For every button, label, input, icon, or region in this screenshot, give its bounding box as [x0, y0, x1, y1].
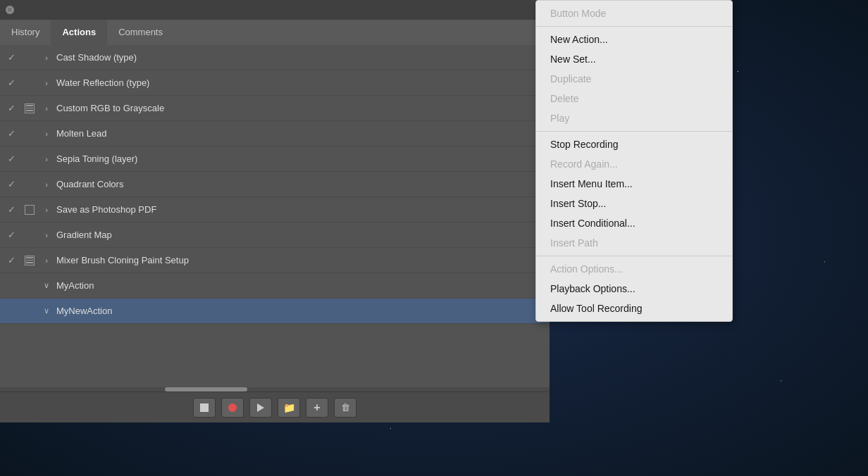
menu-item-new-action[interactable]: New Action... [536, 30, 732, 49]
menu-item-play: Play [536, 108, 732, 128]
action-row[interactable]: ✓›Mixer Brush Cloning Paint Setup [0, 248, 550, 273]
dropdown-menu: Button ModeNew Action...New Set...Duplic… [535, 0, 733, 322]
actions-panel: ✕ « History Actions Comments ✓›Cast Shad… [0, 0, 550, 422]
action-name: Molten Lead [54, 128, 547, 139]
action-list: ✓›Cast Shadow (type)✓›Water Reflection (… [0, 45, 550, 387]
tab-comments[interactable]: Comments [107, 20, 174, 45]
expand-col[interactable]: › [39, 180, 54, 189]
check-col: ✓ [3, 77, 20, 88]
menu-item-record-again: Record Again... [536, 154, 732, 174]
menu-item-stop-recording[interactable]: Stop Recording [536, 134, 732, 154]
expand-col[interactable]: › [39, 79, 54, 87]
action-name: Mixer Brush Cloning Paint Setup [54, 255, 547, 265]
action-name: MyNewAction [54, 306, 547, 316]
delete-button[interactable]: 🗑 [334, 398, 356, 418]
tab-bar: History Actions Comments [0, 20, 550, 45]
expand-col[interactable]: ∨ [39, 281, 54, 290]
menu-item-action-options: Action Options... [536, 259, 732, 279]
expand-col[interactable]: › [39, 256, 54, 265]
scroll-bar[interactable] [0, 387, 550, 392]
menu-item-insert-path: Insert Path [536, 233, 732, 253]
action-row[interactable]: ✓›Custom RGB to Grayscale [0, 96, 550, 121]
action-row[interactable]: ✓›Sepia Toning (layer) [0, 146, 550, 172]
menu-separator [536, 26, 732, 27]
close-button[interactable]: ✕ [6, 6, 14, 14]
menu-item-insert-stop[interactable]: Insert Stop... [536, 194, 732, 213]
expand-col[interactable]: › [39, 104, 54, 113]
check-col: ✓ [3, 103, 20, 113]
action-name: Custom RGB to Grayscale [54, 103, 547, 113]
action-row[interactable]: ✓›Quadrant Colors [0, 172, 550, 197]
expand-col[interactable]: ∨ [39, 306, 54, 315]
action-name: MyAction [54, 280, 547, 291]
action-row[interactable]: ✓›Gradient Map [0, 223, 550, 248]
menu-item-insert-menu-item[interactable]: Insert Menu Item... [536, 174, 732, 194]
check-col: ✓ [3, 204, 20, 215]
action-row[interactable]: ✓›Molten Lead [0, 121, 550, 146]
check-col: ✓ [3, 230, 20, 240]
toolbar: 📁 + 🗑 [0, 392, 550, 422]
check-col: ✓ [3, 52, 20, 63]
play-button[interactable] [249, 398, 272, 418]
action-name: Sepia Toning (layer) [54, 154, 547, 164]
action-row[interactable]: ✓›Save as Photoshop PDF [0, 197, 550, 223]
action-name: Quadrant Colors [54, 179, 547, 189]
menu-separator [536, 256, 732, 256]
menu-item-insert-conditional[interactable]: Insert Conditional... [536, 213, 732, 233]
menu-item-playback-options[interactable]: Playback Options... [536, 279, 732, 299]
action-name: Save as Photoshop PDF [54, 204, 547, 215]
action-row[interactable]: ∨MyNewAction [0, 299, 550, 324]
expand-col[interactable]: › [39, 54, 54, 62]
action-row[interactable]: ✓›Cast Shadow (type) [0, 45, 550, 70]
play-icon [257, 403, 264, 412]
record-button[interactable] [221, 398, 244, 418]
check-col: ✓ [3, 179, 20, 189]
tab-history[interactable]: History [0, 20, 51, 45]
expand-col[interactable]: › [39, 206, 54, 214]
action-icon-col [20, 104, 39, 113]
action-row[interactable]: ∨MyAction [0, 273, 550, 299]
delete-icon: 🗑 [341, 402, 350, 413]
action-name: Gradient Map [54, 230, 547, 240]
menu-item-duplicate: Duplicate [536, 69, 732, 89]
expand-col[interactable]: › [39, 155, 54, 163]
add-icon: + [314, 401, 320, 414]
menu-item-button-mode: Button Mode [536, 4, 732, 23]
new-action-button[interactable]: + [306, 398, 328, 418]
check-col: ✓ [3, 255, 20, 265]
folder-icon: 📁 [283, 402, 295, 413]
menu-item-allow-tool-recording[interactable]: Allow Tool Recording [536, 299, 732, 318]
check-col: ✓ [3, 128, 20, 139]
new-set-button[interactable]: 📁 [278, 398, 300, 418]
stop-button[interactable] [193, 398, 216, 418]
record-icon [228, 403, 237, 412]
close-icon: ✕ [7, 6, 13, 13]
tab-actions[interactable]: Actions [51, 20, 107, 45]
expand-col[interactable]: › [39, 130, 54, 138]
action-name: Cast Shadow (type) [54, 52, 547, 63]
menu-separator [536, 131, 732, 132]
action-name: Water Reflection (type) [54, 77, 547, 88]
stop-icon [200, 403, 209, 412]
action-icon-col [20, 256, 39, 265]
action-row[interactable]: ✓›Water Reflection (type) [0, 70, 550, 96]
expand-col[interactable]: › [39, 231, 54, 239]
action-icon-col [20, 205, 39, 215]
scroll-thumb [165, 387, 247, 392]
menu-item-delete: Delete [536, 89, 732, 108]
menu-item-new-set[interactable]: New Set... [536, 49, 732, 69]
title-bar: ✕ « [0, 0, 550, 20]
check-col: ✓ [3, 154, 20, 164]
